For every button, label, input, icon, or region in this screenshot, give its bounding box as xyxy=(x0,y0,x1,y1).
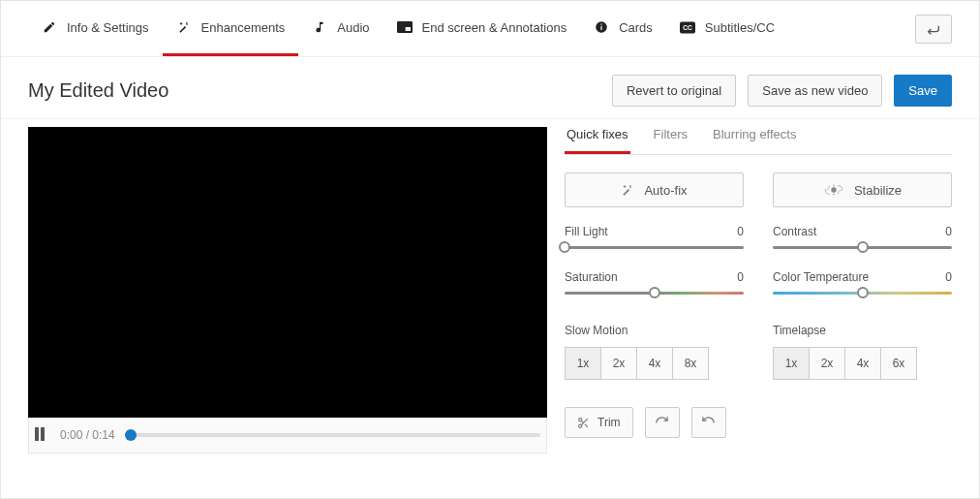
pencil-icon xyxy=(42,19,57,35)
slider-value: 0 xyxy=(737,270,744,284)
slider-thumb[interactable] xyxy=(857,241,869,253)
tab-label: Info & Settings xyxy=(67,20,149,35)
seek-bar[interactable] xyxy=(125,433,540,437)
tab-subtitles[interactable]: CC Subtitles/CC xyxy=(666,1,788,56)
info-circle-icon xyxy=(594,19,609,35)
revert-button[interactable]: Revert to original xyxy=(612,75,736,107)
scissors-icon xyxy=(577,417,590,429)
tab-audio[interactable]: Audio xyxy=(298,1,383,56)
wand-icon xyxy=(176,19,192,35)
header: My Edited Video Revert to original Save … xyxy=(1,57,979,119)
slider-fill-light: Fill Light 0 xyxy=(565,225,744,249)
svg-rect-1 xyxy=(405,27,410,31)
tab-label: Subtitles/CC xyxy=(705,20,775,35)
autofix-label: Auto-fix xyxy=(644,183,687,198)
subtab-quick-fixes[interactable]: Quick fixes xyxy=(565,127,630,154)
slowmotion-group: Slow Motion 1x2x4x8x xyxy=(565,324,744,380)
slider-value: 0 xyxy=(945,225,952,238)
music-note-icon xyxy=(312,19,327,35)
svg-rect-4 xyxy=(601,24,602,25)
timelapse-option-2x[interactable]: 2x xyxy=(809,347,845,380)
tab-enhancements[interactable]: Enhancements xyxy=(163,1,299,56)
slider-track[interactable] xyxy=(773,292,952,295)
rotate-ccw-button[interactable] xyxy=(691,407,726,438)
slowmotion-option-4x[interactable]: 4x xyxy=(636,347,673,380)
top-tabs: Info & Settings Enhancements Audio End s… xyxy=(1,1,979,57)
svg-point-8 xyxy=(579,418,582,421)
slider-label: Contrast xyxy=(773,225,816,238)
speed-row: Slow Motion 1x2x4x8x Timelapse 1x2x4x6x xyxy=(565,324,952,380)
slider-track[interactable] xyxy=(773,246,952,249)
pause-button[interactable] xyxy=(35,427,50,443)
slider-thumb[interactable] xyxy=(559,241,570,253)
slider-value: 0 xyxy=(737,225,744,238)
rotate-ccw-icon xyxy=(701,416,716,430)
rotate-cw-icon xyxy=(655,416,669,430)
slider-value: 0 xyxy=(945,270,952,284)
slowmotion-label: Slow Motion xyxy=(565,324,744,337)
slider-thumb[interactable] xyxy=(857,287,869,298)
player-time: 0:00 / 0:14 xyxy=(60,428,115,442)
video-panel: 0:00 / 0:14 xyxy=(28,127,547,453)
tab-label: End screen & Annotations xyxy=(422,20,567,35)
timelapse-option-1x[interactable]: 1x xyxy=(773,347,810,380)
svg-text:CC: CC xyxy=(683,24,692,31)
slider-color-temperature: Color Temperature 0 xyxy=(773,270,952,295)
cc-icon: CC xyxy=(680,19,695,35)
subtabs: Quick fixes Filters Blurring effects xyxy=(565,127,952,155)
subtab-filters[interactable]: Filters xyxy=(652,127,689,154)
timelapse-group: Timelapse 1x2x4x6x xyxy=(773,324,952,380)
wand-icon xyxy=(621,183,634,197)
stabilize-label: Stabilize xyxy=(854,183,902,198)
slider-label: Fill Light xyxy=(565,225,608,238)
slowmotion-option-2x[interactable]: 2x xyxy=(600,347,637,380)
slider-saturation: Saturation 0 xyxy=(565,270,744,295)
tab-label: Audio xyxy=(337,20,369,35)
back-button[interactable] xyxy=(915,15,952,44)
slider-track[interactable] xyxy=(565,246,744,249)
timelapse-option-6x[interactable]: 6x xyxy=(880,347,917,380)
slider-label: Color Temperature xyxy=(773,270,869,284)
svg-rect-3 xyxy=(601,26,602,30)
slider-label: Saturation xyxy=(565,270,618,284)
slowmotion-option-1x[interactable]: 1x xyxy=(565,347,601,380)
svg-point-9 xyxy=(579,424,582,427)
trim-button[interactable]: Trim xyxy=(565,407,633,438)
enhancements-panel: Quick fixes Filters Blurring effects Aut… xyxy=(565,127,952,453)
timelapse-label: Timelapse xyxy=(773,324,952,337)
timelapse-option-4x[interactable]: 4x xyxy=(844,347,881,380)
slider-thumb[interactable] xyxy=(649,287,660,298)
page-title: My Edited Video xyxy=(28,79,168,102)
fix-buttons: Auto-fix Stabilize xyxy=(565,172,952,207)
tab-label: Enhancements xyxy=(201,20,286,35)
slowmotion-option-8x[interactable]: 8x xyxy=(672,347,709,380)
tab-cards[interactable]: Cards xyxy=(580,1,666,56)
header-actions: Revert to original Save as new video Sav… xyxy=(612,75,952,107)
slider-track[interactable] xyxy=(565,292,744,295)
svg-point-7 xyxy=(832,188,836,192)
endscreen-icon xyxy=(397,19,413,35)
video-preview[interactable] xyxy=(28,127,547,418)
stabilize-icon xyxy=(823,183,844,197)
bottom-actions: Trim xyxy=(565,407,952,438)
tab-endscreen-annotations[interactable]: End screen & Annotations xyxy=(383,1,581,56)
timelapse-buttons: 1x2x4x6x xyxy=(773,347,952,380)
save-as-new-button[interactable]: Save as new video xyxy=(748,75,882,107)
return-arrow-icon xyxy=(926,23,941,35)
sliders: Fill Light 0 Contrast 0 Saturation xyxy=(565,225,952,295)
main: 0:00 / 0:14 Quick fixes Filters Blurring… xyxy=(1,119,979,465)
save-button[interactable]: Save xyxy=(894,75,952,107)
stabilize-button[interactable]: Stabilize xyxy=(773,172,952,207)
rotate-cw-button[interactable] xyxy=(645,407,680,438)
autofix-button[interactable]: Auto-fix xyxy=(565,172,744,207)
slider-contrast: Contrast 0 xyxy=(773,225,952,249)
trim-label: Trim xyxy=(597,416,621,429)
player-controls: 0:00 / 0:14 xyxy=(28,418,547,453)
slowmotion-buttons: 1x2x4x8x xyxy=(565,347,744,380)
tab-label: Cards xyxy=(619,20,653,35)
subtab-blurring[interactable]: Blurring effects xyxy=(711,127,798,154)
seek-thumb[interactable] xyxy=(125,429,137,441)
tab-info-settings[interactable]: Info & Settings xyxy=(28,1,163,56)
